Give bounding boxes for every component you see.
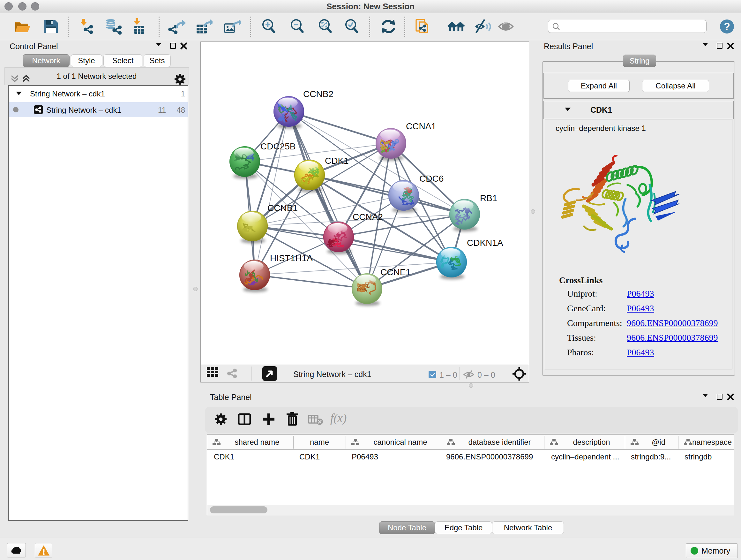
svg-text:CDC25B: CDC25B [260, 141, 295, 151]
svg-text:CDKN1A: CDKN1A [467, 238, 503, 248]
svg-text:CCNA1: CCNA1 [406, 121, 436, 131]
svg-text:CDC6: CDC6 [419, 174, 444, 184]
svg-text:CCNA2: CCNA2 [353, 212, 383, 222]
svg-text:RB1: RB1 [480, 193, 497, 203]
svg-text:CCNB2: CCNB2 [303, 89, 333, 99]
svg-text:CDK1: CDK1 [325, 156, 349, 166]
svg-text:HIST1H1A: HIST1H1A [270, 253, 313, 263]
svg-text:CCNE1: CCNE1 [381, 267, 411, 277]
svg-text:CCNB1: CCNB1 [267, 203, 298, 213]
